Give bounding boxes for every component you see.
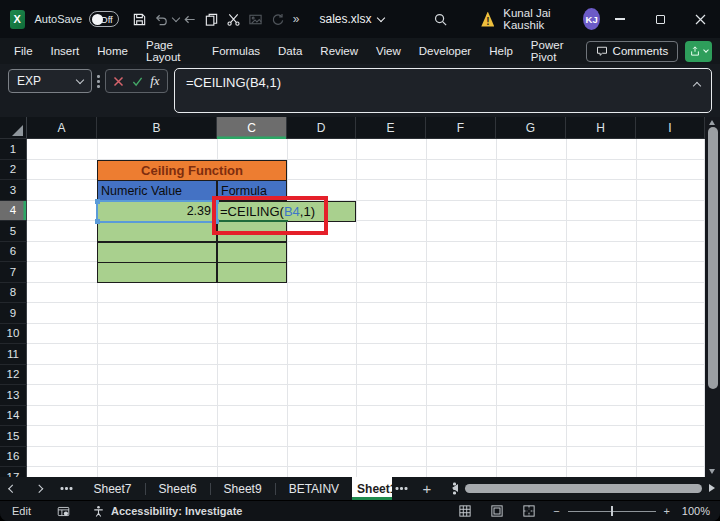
scroll-down-icon[interactable] xyxy=(709,469,715,474)
formula-input[interactable]: =CEILING(B4,1) xyxy=(174,68,712,113)
horizontal-scrollbar-thumb[interactable] xyxy=(465,484,702,493)
row-header-11[interactable]: 11 xyxy=(0,344,27,365)
scroll-right-icon[interactable] xyxy=(709,484,715,492)
zoom-out-button[interactable]: − xyxy=(553,505,559,517)
tab-developer[interactable]: Developer xyxy=(410,38,480,64)
toolbar-overflow-icon[interactable]: » xyxy=(293,12,298,26)
cut-icon[interactable] xyxy=(223,6,245,32)
scroll-up-icon[interactable] xyxy=(709,120,715,125)
row-header-6[interactable]: 6 xyxy=(0,242,27,263)
share-button[interactable] xyxy=(685,41,712,62)
spreadsheet: A B C D E F G H I 1 2 3 4 5 6 7 8 9 10 1… xyxy=(0,117,705,477)
prev-sheet-icon[interactable] xyxy=(0,486,26,492)
column-header-d[interactable]: D xyxy=(287,117,356,139)
maximize-button[interactable] xyxy=(640,0,680,38)
cell-b6[interactable] xyxy=(97,242,217,263)
collapse-formula-bar-icon[interactable] xyxy=(693,82,701,90)
cell-b5[interactable] xyxy=(97,221,217,242)
zoom-slider-thumb[interactable] xyxy=(611,506,614,516)
zoom-slider[interactable] xyxy=(568,506,656,516)
more-sheets-icon[interactable] xyxy=(65,487,68,490)
file-name-menu[interactable]: sales.xlsx xyxy=(319,12,384,26)
page-layout-view-icon[interactable] xyxy=(491,505,503,517)
row-header-12[interactable]: 12 xyxy=(0,365,27,386)
tab-file[interactable]: File xyxy=(5,38,42,64)
row-header-10[interactable]: 10 xyxy=(0,324,27,345)
vertical-scrollbar[interactable] xyxy=(705,117,720,477)
row-header-15[interactable]: 15 xyxy=(0,426,27,447)
close-button[interactable] xyxy=(680,0,720,38)
excel-logo-icon: X xyxy=(10,10,25,29)
cancel-icon[interactable] xyxy=(113,76,124,87)
add-sheet-button[interactable]: + xyxy=(423,480,432,497)
cell-b7[interactable] xyxy=(97,262,217,283)
enter-icon[interactable] xyxy=(132,76,143,87)
copy-icon[interactable] xyxy=(201,6,223,32)
save-icon[interactable] xyxy=(129,6,151,32)
more-tabs-icon[interactable] xyxy=(400,487,403,490)
insert-function-button[interactable]: fx xyxy=(150,73,159,89)
column-header-i[interactable]: I xyxy=(636,117,705,139)
row-header-4[interactable]: 4 xyxy=(0,201,27,222)
column-header-g[interactable]: G xyxy=(496,117,566,139)
cells-area[interactable]: Ceiling Function Numeric Value Formula 2… xyxy=(27,139,705,477)
tab-home[interactable]: Home xyxy=(88,38,137,64)
column-headers: A B C D E F G H I xyxy=(0,117,705,139)
sheet-tab-betainv[interactable]: BETAINV xyxy=(276,477,352,500)
column-header-b[interactable]: B xyxy=(97,117,217,139)
tab-data[interactable]: Data xyxy=(269,38,311,64)
horizontal-scrollbar[interactable] xyxy=(452,481,715,496)
sheet-tab-sheet7[interactable]: Sheet7 xyxy=(81,477,145,500)
column-header-f[interactable]: F xyxy=(426,117,496,139)
page-break-view-icon[interactable] xyxy=(523,505,535,517)
scroll-left-icon[interactable] xyxy=(452,484,458,492)
normal-view-icon[interactable] xyxy=(459,505,471,517)
cell-c7[interactable] xyxy=(217,262,287,283)
back-arrow-icon[interactable] xyxy=(179,6,201,32)
tab-help[interactable]: Help xyxy=(480,38,522,64)
tab-page-layout[interactable]: Page Layout xyxy=(137,38,203,64)
tab-formulas[interactable]: Formulas xyxy=(203,38,269,64)
name-box[interactable]: EXP xyxy=(8,69,92,93)
select-all-button[interactable] xyxy=(0,117,27,138)
row-header-13[interactable]: 13 xyxy=(0,385,27,406)
row-header-5[interactable]: 5 xyxy=(0,221,27,242)
column-header-a[interactable]: A xyxy=(27,117,97,139)
tab-view[interactable]: View xyxy=(367,38,410,64)
undo-icon[interactable] xyxy=(151,6,173,32)
tab-power-pivot[interactable]: Power Pivot xyxy=(522,38,586,64)
row-header-1[interactable]: 1 xyxy=(0,139,27,160)
table-header-numeric-value[interactable]: Numeric Value xyxy=(97,180,217,201)
excel-window: X AutoSave Off xyxy=(0,0,720,521)
accessibility-icon[interactable] xyxy=(92,505,105,518)
sheet-tab-sheet6[interactable]: Sheet6 xyxy=(146,477,210,500)
row-header-9[interactable]: 9 xyxy=(0,303,27,324)
column-header-h[interactable]: H xyxy=(566,117,636,139)
tab-review[interactable]: Review xyxy=(311,38,367,64)
row-header-14[interactable]: 14 xyxy=(0,406,27,427)
column-header-e[interactable]: E xyxy=(356,117,426,139)
row-header-2[interactable]: 2 xyxy=(0,160,27,181)
row-header-8[interactable]: 8 xyxy=(0,283,27,304)
sheet-tab-active[interactable]: Sheet12 xyxy=(352,477,392,500)
avatar[interactable]: KJ xyxy=(583,8,600,30)
row-header-7[interactable]: 7 xyxy=(0,262,27,283)
accessibility-status[interactable]: Accessibility: Investigate xyxy=(111,505,242,517)
minimize-button[interactable] xyxy=(600,0,640,38)
warning-icon[interactable]: ! xyxy=(481,12,494,27)
sheet-tab-sheet9[interactable]: Sheet9 xyxy=(211,477,275,500)
next-sheet-icon[interactable] xyxy=(26,486,52,492)
tab-insert[interactable]: Insert xyxy=(42,38,89,64)
zoom-level[interactable]: 100% xyxy=(678,505,710,517)
row-header-16[interactable]: 16 xyxy=(0,447,27,468)
macro-record-icon[interactable] xyxy=(57,505,70,518)
autosave-toggle[interactable]: Off xyxy=(89,11,119,27)
zoom-in-button[interactable]: + xyxy=(664,505,670,517)
column-header-c[interactable]: C xyxy=(217,117,287,139)
cell-c6[interactable] xyxy=(217,242,287,263)
search-icon[interactable] xyxy=(432,6,449,32)
table-title-cell[interactable]: Ceiling Function xyxy=(97,160,287,181)
row-header-3[interactable]: 3 xyxy=(0,180,27,201)
vertical-scrollbar-thumb[interactable] xyxy=(708,127,718,389)
comments-button[interactable]: Comments xyxy=(586,41,679,62)
